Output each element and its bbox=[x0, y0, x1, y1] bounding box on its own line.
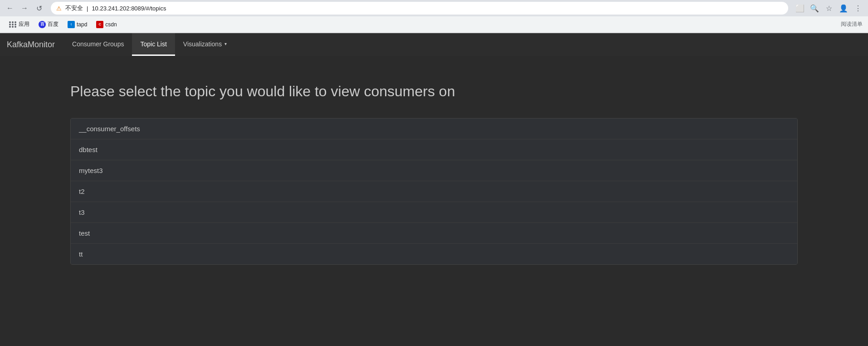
browser-titlebar: ← → ↺ ⚠ 不安全 | 10.23.241.202:8089/#/topic… bbox=[0, 0, 868, 16]
menu-icon[interactable]: ⋮ bbox=[852, 2, 864, 15]
url-text: 10.23.241.202:8089/#/topics bbox=[92, 5, 166, 12]
bookmarks-right: 阅读清单 bbox=[841, 20, 863, 28]
bookmark-tapd[interactable]: t tapd bbox=[64, 19, 91, 30]
bookmark-baidu-label: 百度 bbox=[48, 20, 59, 28]
reload-button[interactable]: ↺ bbox=[33, 2, 45, 15]
bookmark-apps-label: 应用 bbox=[19, 20, 29, 28]
topic-item[interactable]: t2 bbox=[71, 181, 797, 202]
topic-item[interactable]: mytest3 bbox=[71, 160, 797, 181]
back-button[interactable]: ← bbox=[4, 2, 16, 15]
address-bar[interactable]: ⚠ 不安全 | 10.23.241.202:8089/#/topics bbox=[51, 2, 788, 15]
topic-item[interactable]: dbtest bbox=[71, 139, 797, 160]
address-text: 不安全 bbox=[65, 4, 83, 12]
search-icon[interactable]: 🔍 bbox=[808, 2, 821, 15]
chevron-down-icon: ▾ bbox=[224, 41, 227, 46]
app-brand: KafkaMonitor bbox=[7, 33, 64, 56]
forward-button[interactable]: → bbox=[18, 2, 31, 15]
bookmark-tapd-label: tapd bbox=[77, 21, 87, 28]
browser-right-icons: ⬜ 🔍 ☆ 👤 ⋮ bbox=[794, 2, 864, 15]
topic-item[interactable]: test bbox=[71, 223, 797, 244]
nav-consumer-groups[interactable]: Consumer Groups bbox=[64, 33, 132, 56]
bookmark-apps[interactable]: 应用 bbox=[5, 19, 33, 30]
bookmarks-bar: 应用 百 百度 t tapd C csdn 阅读清单 bbox=[0, 16, 868, 33]
address-separator: | bbox=[87, 5, 88, 12]
browser-chrome: ← → ↺ ⚠ 不安全 | 10.23.241.202:8089/#/topic… bbox=[0, 0, 868, 33]
topic-item[interactable]: __consumer_offsets bbox=[71, 119, 797, 139]
nav-topic-list[interactable]: Topic List bbox=[132, 33, 175, 56]
bookmark-csdn-label: csdn bbox=[105, 21, 117, 28]
topic-item[interactable]: tt bbox=[71, 244, 797, 264]
translate-icon[interactable]: ⬜ bbox=[794, 2, 806, 15]
profile-icon[interactable]: 👤 bbox=[837, 2, 850, 15]
security-warning-icon: ⚠ bbox=[56, 5, 62, 12]
nav-visualizations[interactable]: Visualizations ▾ bbox=[175, 33, 235, 56]
main-content: Please select the topic you would like t… bbox=[0, 56, 868, 346]
bookmark-icon[interactable]: ☆ bbox=[823, 2, 835, 15]
reading-list-label[interactable]: 阅读清单 bbox=[841, 20, 863, 28]
nav-visualizations-label: Visualizations bbox=[183, 40, 222, 48]
app-navbar: KafkaMonitor Consumer Groups Topic List … bbox=[0, 33, 868, 56]
page-heading: Please select the topic you would like t… bbox=[70, 83, 798, 100]
topic-list: __consumer_offsets dbtest mytest3 t2 t3 … bbox=[70, 118, 798, 265]
bookmark-csdn[interactable]: C csdn bbox=[93, 19, 120, 30]
bookmark-baidu[interactable]: 百 百度 bbox=[35, 19, 62, 30]
topic-item[interactable]: t3 bbox=[71, 202, 797, 223]
